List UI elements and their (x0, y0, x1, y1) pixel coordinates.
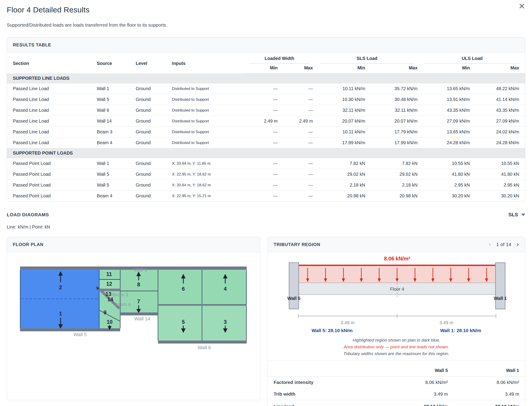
table-cell: 10.11 kN/m (315, 83, 367, 94)
plan-right-top-region (158, 270, 247, 304)
load-diagrams-header: LOAD DIAGRAMS SLS (7, 212, 525, 218)
page-title: Floor 4 Detailed Results (7, 5, 525, 14)
table-cell: — (280, 191, 315, 201)
intensity-label: 8.06 kN/m² (384, 256, 410, 261)
table-cell: 2.18 kN (367, 180, 420, 191)
results-table-body: SUPPORTED LINE LOADSPassed Line LoadWall… (7, 73, 525, 201)
table-cell: 10.11 kN/m (315, 127, 367, 138)
factored-intensity-wall1: 8.06 kN/m² (448, 377, 525, 388)
svg-text:2: 2 (59, 284, 62, 290)
svg-text:14: 14 (107, 297, 113, 302)
table-cell: Passed Line Load (7, 94, 95, 105)
prev-page-icon[interactable]: ‹ (489, 241, 491, 248)
svg-text:Beam 3: Beam 3 (112, 292, 128, 297)
table-cell: 29.02 kN (315, 169, 367, 180)
table-cell: 2.18 kN (315, 180, 367, 191)
svg-text:8: 8 (137, 282, 140, 288)
svg-text:4: 4 (224, 286, 227, 292)
table-cell: 2.95 kN (419, 180, 472, 191)
note-trib-widths: Tributary widths shown are the maximum f… (268, 350, 525, 357)
table-cell: Ground (134, 105, 170, 116)
line-load-label: Line load (268, 400, 371, 406)
table-cell: Distributed to Support (170, 138, 244, 148)
table-cell: 20.07 kN/m (315, 116, 367, 127)
page-subtitle: Supported/Distributed loads are loads tr… (7, 22, 525, 28)
table-cell: Beam 4 (95, 138, 134, 148)
tributary-card-header: TRIBUTARY REGION ‹ 1 of 14 › (268, 237, 525, 252)
load-diagrams-title: LOAD DIAGRAMS (7, 212, 49, 218)
table-cell: 27.09 kN/m (472, 116, 525, 127)
table-row: Trib width 3.49 m 3.49 m (268, 388, 525, 400)
plan-right-bottom-region (158, 306, 247, 341)
table-cell: — (280, 180, 315, 191)
col-header-lw-max: Max (280, 64, 315, 73)
floor-label: Floor 4 (390, 287, 404, 291)
table-cell: X: 22.95 m, Y: 18.62 m (170, 169, 244, 180)
floor-plan-diagram[interactable]: 2 1 11 12 13 14 9 10 8 7 6 4 5 3 (12, 259, 256, 355)
results-table: Section Source Level Inputs Loaded Width… (7, 53, 525, 201)
table-cell: 41.80 kN (419, 169, 472, 180)
page-position: 1 of 14 (496, 242, 511, 247)
table-cell: X: 20.64 m, Y: 11.65 m (170, 158, 244, 169)
table-cell: 41.80 kN (472, 169, 525, 180)
table-cell: 41.14 kN/m (472, 94, 525, 105)
table-cell: 13.91 kN/m (419, 94, 472, 105)
next-page-icon[interactable]: › (516, 241, 519, 248)
load-case-dropdown[interactable]: SLS (508, 212, 525, 218)
table-cell: 29.02 kN (367, 169, 420, 180)
svg-text:5: 5 (182, 319, 185, 325)
plan-top-wall (20, 267, 247, 270)
table-cell: 7.82 kN (367, 158, 420, 169)
col-header-sls-max: Max (367, 64, 420, 73)
table-cell: Ground (134, 116, 170, 127)
tributary-diagram-wrap: 8.06 kN/m² Floor 4 Wall 5 Wall 1 (268, 252, 525, 327)
factored-intensity-wall5: 8.06 kN/m² (371, 377, 448, 388)
table-cell: 35.72 kN/m (367, 83, 420, 94)
tributary-title: TRIBUTARY REGION (274, 242, 320, 247)
table-section-strip: SUPPORTED POINT LOADS (7, 148, 525, 158)
load-case-value: SLS (508, 212, 518, 218)
table-cell: Wall 5 (95, 169, 134, 180)
table-cell: Distributed to Support (170, 116, 244, 127)
table-cell: Wall 6 (95, 105, 134, 116)
plan-wall14 (120, 312, 158, 315)
table-cell: Wall 1 (95, 83, 134, 94)
table-cell: Passed Line Load (7, 105, 95, 116)
table-cell: — (244, 191, 280, 201)
table-row: Passed Line LoadWall 1GroundDistributed … (7, 83, 525, 94)
table-cell: — (244, 180, 280, 191)
line-load-wall5: 28.10 kN/m (371, 400, 448, 406)
table-cell: Passed Point Load (7, 191, 95, 201)
svg-text:Beam 4: Beam 4 (115, 302, 131, 307)
floor-detail-modal: ✕ Floor 4 Detailed Results Supported/Dis… (0, 0, 532, 406)
table-cell: Passed Line Load (7, 127, 95, 138)
table-cell: Ground (134, 138, 170, 148)
floor-plan-card-header: FLOOR PLAN (7, 237, 260, 252)
table-cell: 43.35 kN/m (419, 105, 472, 116)
svg-text:Wall 6: Wall 6 (198, 345, 211, 350)
table-cell: 30.20 kN (419, 191, 472, 201)
col-header-inputs: Inputs (170, 53, 244, 73)
results-table-title: RESULTS TABLE (13, 42, 51, 48)
table-cell: X: 22.95 m, Y: 15.21 m (170, 191, 244, 201)
trib-width-wall1: 3.49 m (448, 388, 525, 400)
table-cell: 17.99 kN/m (367, 138, 420, 148)
svg-text:11: 11 (106, 271, 112, 277)
table-cell: Passed Point Load (7, 158, 95, 169)
results-table-head: Section Source Level Inputs Loaded Width… (7, 53, 525, 73)
table-cell: — (280, 169, 315, 180)
plan-right-divider-wall (158, 304, 247, 306)
table-cell: — (244, 105, 280, 116)
col-header-section: Section (7, 53, 95, 73)
table-cell: 10.55 kN (419, 158, 472, 169)
table-cell: 24.02 kN/m (472, 127, 525, 138)
table-cell: 7.82 kN (315, 158, 367, 169)
close-icon[interactable]: ✕ (518, 2, 525, 10)
load-diagrams-units-note: Line: kN/m | Point: kN (7, 225, 525, 230)
dim-left-label: 3.49 m (341, 320, 354, 325)
table-cell: 24.28 kN/m (472, 138, 525, 148)
table-cell: 24.28 kN/m (419, 138, 472, 148)
table-cell: Distributed to Support (170, 83, 244, 94)
table-cell: 20.07 kN/m (367, 116, 420, 127)
table-cell: 13.65 kN/m (419, 127, 472, 138)
